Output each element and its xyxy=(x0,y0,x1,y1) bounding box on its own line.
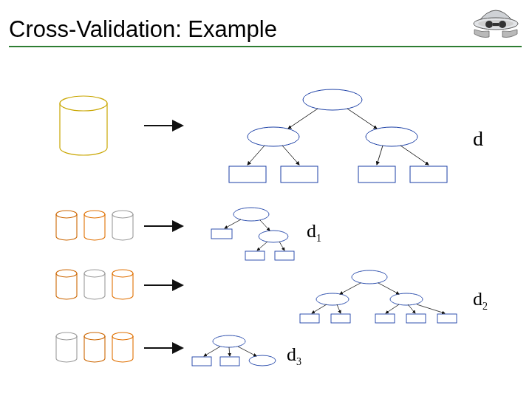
svg-rect-57 xyxy=(437,314,457,323)
svg-line-12 xyxy=(347,109,377,129)
cyl-d2-1 xyxy=(56,270,77,299)
label-d1-base: d xyxy=(307,220,316,242)
row-d2 xyxy=(56,270,457,323)
cyl-d3-1 xyxy=(56,332,77,362)
svg-line-18 xyxy=(282,146,299,165)
label-d: d xyxy=(473,127,483,151)
svg-line-11 xyxy=(288,109,318,129)
svg-line-60 xyxy=(386,304,399,313)
svg-point-27 xyxy=(112,211,133,218)
cyl-d2-3 xyxy=(112,270,133,299)
cyl-d1-3 xyxy=(112,211,133,240)
label-d2-sub: 2 xyxy=(482,301,488,312)
tree-d xyxy=(229,89,447,183)
svg-point-9 xyxy=(248,127,299,146)
svg-line-33 xyxy=(225,219,241,228)
svg-rect-31 xyxy=(211,229,232,239)
label-d1: d1 xyxy=(307,220,321,245)
svg-rect-14 xyxy=(281,166,318,183)
svg-rect-56 xyxy=(406,314,426,323)
svg-point-48 xyxy=(352,270,387,284)
svg-point-66 xyxy=(84,332,105,340)
svg-line-34 xyxy=(260,220,270,231)
svg-line-78 xyxy=(238,347,256,356)
svg-point-5 xyxy=(60,96,107,111)
svg-rect-74 xyxy=(220,357,239,366)
svg-point-21 xyxy=(56,211,77,218)
label-d2: d2 xyxy=(473,288,488,313)
svg-line-38 xyxy=(279,242,284,250)
cyl-d1-1 xyxy=(56,211,77,240)
svg-rect-53 xyxy=(300,314,319,323)
label-d3-base: d xyxy=(287,344,296,365)
svg-line-51 xyxy=(340,283,361,294)
label-d3-sub: 3 xyxy=(296,356,301,367)
svg-point-69 xyxy=(112,332,133,340)
svg-point-39 xyxy=(56,270,77,277)
cyl-d3-2 xyxy=(84,332,105,362)
svg-rect-73 xyxy=(192,357,211,366)
svg-point-63 xyxy=(56,332,77,340)
row-d3 xyxy=(56,332,276,366)
label-d1-sub: 1 xyxy=(316,233,321,244)
svg-line-20 xyxy=(400,146,429,165)
row-d1 xyxy=(56,208,294,260)
svg-line-61 xyxy=(408,304,415,313)
svg-point-45 xyxy=(112,270,133,277)
diagram-canvas xyxy=(0,0,532,399)
svg-point-10 xyxy=(366,127,417,146)
svg-point-72 xyxy=(213,335,245,347)
svg-point-32 xyxy=(259,231,288,242)
svg-rect-54 xyxy=(331,314,350,323)
svg-rect-13 xyxy=(229,166,266,183)
svg-line-59 xyxy=(337,304,341,313)
svg-rect-36 xyxy=(275,251,294,260)
svg-line-37 xyxy=(257,242,267,250)
svg-line-58 xyxy=(312,304,327,313)
svg-line-17 xyxy=(248,146,265,165)
cyl-d3-3 xyxy=(112,332,133,362)
svg-point-8 xyxy=(303,89,362,110)
svg-point-30 xyxy=(233,208,269,221)
svg-line-19 xyxy=(377,146,383,165)
svg-rect-35 xyxy=(245,251,265,260)
cyl-d2-2 xyxy=(84,270,105,299)
cylinder-full xyxy=(60,96,107,155)
svg-line-77 xyxy=(229,347,230,356)
tree-d2 xyxy=(300,270,457,323)
label-d3: d3 xyxy=(287,344,301,368)
svg-rect-16 xyxy=(410,166,447,183)
svg-point-49 xyxy=(316,293,349,305)
svg-line-76 xyxy=(204,347,220,356)
svg-point-50 xyxy=(390,293,423,305)
svg-rect-55 xyxy=(375,314,395,323)
svg-point-42 xyxy=(84,270,105,277)
cyl-d1-2 xyxy=(84,211,105,240)
slide: Cross-Validation: Example xyxy=(0,0,532,399)
svg-rect-15 xyxy=(358,166,395,183)
svg-point-24 xyxy=(84,211,105,218)
tree-d3 xyxy=(192,335,276,366)
row-d xyxy=(60,89,447,183)
label-d2-base: d xyxy=(473,288,482,310)
svg-line-52 xyxy=(378,283,399,294)
svg-point-75 xyxy=(249,355,276,366)
svg-line-62 xyxy=(417,304,445,313)
tree-d1 xyxy=(211,208,294,260)
